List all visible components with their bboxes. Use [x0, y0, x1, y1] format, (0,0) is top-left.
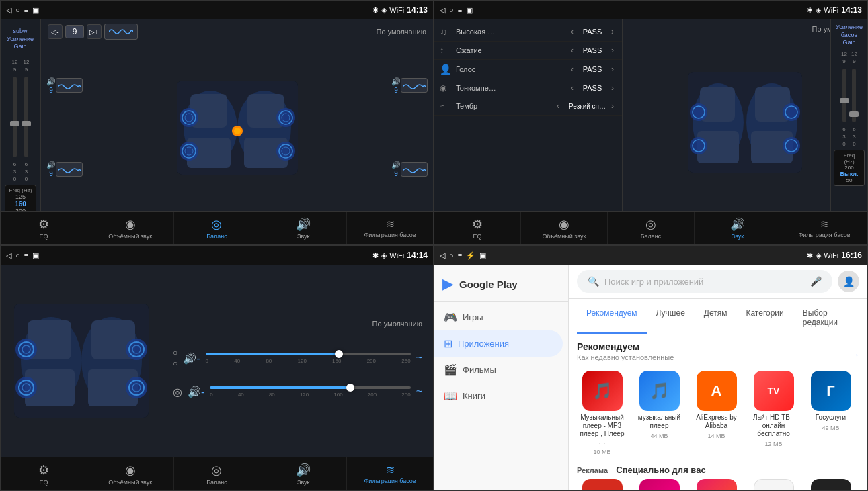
tab-best[interactable]: Лучшее [647, 303, 695, 334]
nav-eq-q2[interactable]: ⚙ EQ [434, 212, 521, 244]
nav-bass-q1[interactable]: ≋ Фильтрация басов [347, 212, 433, 244]
eq-row-timbre[interactable]: ≈ Тембр ‹ - Резкий сп… › [434, 97, 622, 116]
app-card-gosuslugi[interactable]: Г Госуслуги 49 МБ [805, 371, 856, 455]
eq-timbre-prev[interactable]: ‹ [554, 101, 562, 111]
nav-balance-q2[interactable]: ◎ Баланс [608, 212, 695, 244]
slider2-container[interactable]: 04080120160200250 [210, 382, 410, 402]
gain-slider-q2-r[interactable] [852, 69, 856, 122]
wave-icon-br[interactable] [401, 162, 428, 177]
nav-surround-q1[interactable]: ◉ Объёмный звук [87, 212, 174, 244]
home-icon-q2[interactable]: ○ [449, 6, 454, 14]
slider2-thumb[interactable] [346, 384, 354, 392]
account-avatar[interactable]: 👤 [838, 271, 859, 292]
wave-button[interactable] [104, 24, 138, 40]
tab-categories[interactable]: Категории [736, 303, 793, 334]
bottom-nav-q1: ⚙ EQ ◉ Объёмный звук ◎ Баланс 🔊 Звук ≋ Ф… [1, 211, 433, 244]
cast-icon-q4[interactable]: ▣ [479, 251, 486, 260]
cast-icon-q3[interactable]: ▣ [32, 251, 39, 260]
wave-icon-bl[interactable] [56, 162, 83, 177]
back-icon-q3[interactable]: ◁ [6, 251, 11, 260]
vol-minus-btn[interactable]: ◁- [48, 24, 63, 39]
eq-compress-next[interactable]: › [608, 46, 617, 55]
eq-row-toncomp[interactable]: ◉ Тонкомпе… ‹ PASS › [434, 79, 622, 97]
eq-row-compress[interactable]: ↕ Сжатие ‹ PASS › [434, 42, 622, 60]
content-area-q1: subw УсилениеGain 12 9 6 3 0 12 9 [1, 19, 433, 211]
mic-icon[interactable]: 🎤 [810, 276, 822, 287]
nav-surround-q2[interactable]: ◉ Объёмный звук [521, 212, 608, 244]
speaker-icon-bl: 🔊 9 [46, 161, 56, 177]
status-bar-right-q1: ✱ ◈ WiFi 14:13 [372, 5, 428, 15]
surround-icon-q3: ◉ [125, 463, 136, 478]
gplay-nav-books[interactable]: 📖 Книги [434, 383, 568, 409]
app-card-lighttv[interactable]: TV Лайт HD ТВ - онлайн бесплатно 12 МБ [748, 371, 799, 455]
bluetooth-icon-q2: ✱ [807, 6, 813, 15]
eq-compress-prev[interactable]: ‹ [568, 46, 576, 55]
home-icon-q4[interactable]: ○ [449, 251, 454, 259]
nav-eq-q3[interactable]: ⚙ EQ [1, 457, 87, 490]
nav-bass-q3[interactable]: ≋ Фильтрация басов [347, 457, 433, 490]
app-card-m2[interactable]: M [805, 479, 856, 490]
apps-label: Приложения [458, 339, 509, 349]
gplay-nav-movies[interactable]: 🎬 Фильмы [434, 357, 568, 383]
wave-icon-tl[interactable] [56, 78, 83, 93]
app-card-music2[interactable]: ♪ [691, 479, 742, 490]
nav-sound-q2[interactable]: 🔊 Звук [695, 212, 781, 244]
status-bar-q4: ◁ ○ ≡ ⚡ ▣ ✱ ◈ WiFi 16:16 [434, 246, 867, 265]
eq-timbre-next[interactable]: › [608, 101, 617, 111]
eq-row-highfreq[interactable]: ♫ Высокая … ‹ PASS › [434, 22, 622, 42]
nav-sound-q3[interactable]: 🔊 Звук [260, 457, 347, 490]
search-bar: 🔍 Поиск игр и приложений 🎤 👤 [569, 265, 867, 299]
app-card-aliexpress[interactable]: A AliExpress by Alibaba 14 МБ [691, 371, 742, 455]
app-card-dots[interactable]: ⁞⁞ [748, 479, 799, 490]
eq-highfreq-prev[interactable]: ‹ [568, 27, 576, 36]
status-bar-q1: ◁ ○ ≡ ▣ ✱ ◈ WiFi 14:13 [1, 1, 433, 19]
cast-icon[interactable]: ▣ [32, 6, 39, 15]
slider1-thumb[interactable] [335, 350, 343, 358]
scale-right: 12 9 6 3 0 [24, 59, 30, 182]
tab-editors[interactable]: Выбор редакции [793, 303, 859, 334]
app-card-musicplayer[interactable]: 🎵 Музыкальный плеер - МP3 плеер , Плеер … [577, 371, 627, 455]
back-icon-q2[interactable]: ◁ [440, 6, 445, 15]
search-input-container[interactable]: 🔍 Поиск игр и приложений 🎤 [577, 270, 832, 293]
nav-balance-q1[interactable]: ◎ Баланс [174, 212, 261, 244]
eq-voice-next[interactable]: › [608, 64, 617, 74]
eq-highfreq-next[interactable]: › [608, 27, 617, 36]
gplay-nav-apps[interactable]: ⊞ Приложения [434, 330, 563, 357]
gain-slider-right[interactable] [24, 77, 28, 157]
eq-voice-prev[interactable]: ‹ [568, 64, 576, 74]
nav-surround-q3[interactable]: ◉ Объёмный звук [87, 457, 174, 490]
menu-icon-q3[interactable]: ≡ [24, 251, 28, 259]
home-icon[interactable]: ○ [15, 6, 20, 14]
freq-box: Freq (Hz) 125 160 200 [5, 185, 37, 211]
nav-sound-q1[interactable]: 🔊 Звук [260, 212, 347, 244]
eq-toncomp-next[interactable]: › [608, 83, 617, 93]
menu-icon-q4[interactable]: ≡ [458, 251, 462, 259]
menu-icon-q2[interactable]: ≡ [458, 6, 462, 14]
home-icon-q3[interactable]: ○ [15, 251, 20, 259]
vol-plus-btn[interactable]: ▷+ [87, 24, 102, 39]
gain-slider-left[interactable] [13, 77, 17, 157]
eq-toncomp-prev[interactable]: ‹ [568, 83, 576, 93]
gplay-nav-games[interactable]: 🎮 Игры [434, 304, 568, 330]
nav-eq-q1[interactable]: ⚙ EQ [1, 212, 87, 244]
tab-recommended[interactable]: Рекомендуем [577, 303, 647, 334]
back-icon-q4[interactable]: ◁ [440, 251, 445, 260]
wave-icon-tr[interactable] [401, 78, 428, 93]
cast-icon-q2[interactable]: ▣ [466, 6, 473, 15]
slider1-container[interactable]: 04080120160200250 [206, 348, 411, 368]
gain-slider-q2-l[interactable] [842, 69, 846, 122]
menu-icon[interactable]: ≡ [24, 6, 28, 14]
app-card-m[interactable]: М [634, 479, 684, 490]
app-card-metro[interactable]: M [577, 479, 627, 490]
tab-kids[interactable]: Детям [695, 303, 737, 334]
nav-bass-q2[interactable]: ≋ Фильтрация басов [781, 212, 867, 244]
books-label: Книги [463, 391, 485, 401]
app-card-musicplayer2[interactable]: 🎵 музыкальный плеер 44 МБ [634, 371, 684, 455]
speaker-top-left: 🔊 9 [41, 44, 88, 128]
eq-row-voice[interactable]: 👤 Голос ‹ PASS › [434, 60, 622, 79]
back-icon[interactable]: ◁ [6, 6, 11, 15]
eq-highfreq-value: PASS [579, 28, 606, 36]
see-more-button[interactable]: → [852, 351, 859, 359]
nav-balance-q3[interactable]: ◎ Баланс [174, 457, 261, 490]
app-icon-aliexpress: A [697, 371, 737, 411]
